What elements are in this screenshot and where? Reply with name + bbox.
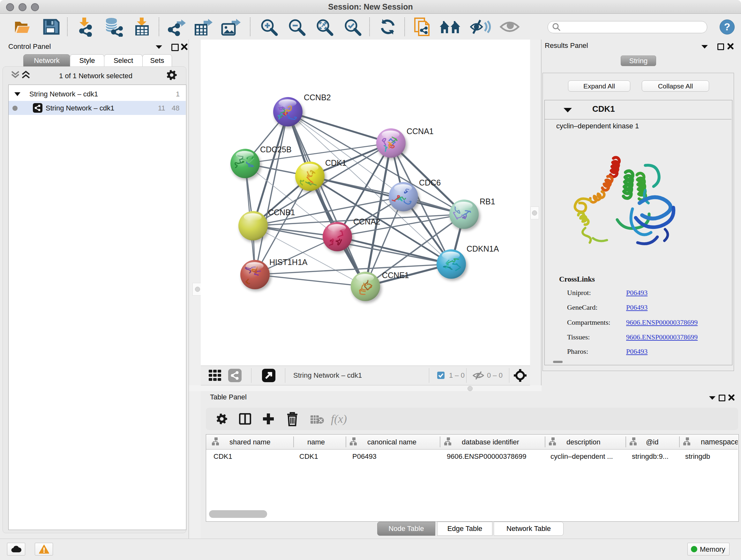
svg-text:namespace: namespace <box>701 438 738 446</box>
svg-text:CDK1: CDK1 <box>325 159 347 167</box>
svg-text:description: description <box>566 438 600 446</box>
svg-text:CCNB1: CCNB1 <box>268 208 295 217</box>
svg-text:@id: @id <box>646 438 658 446</box>
svg-text:CCNA1: CCNA1 <box>407 127 434 136</box>
svg-text:CDC25B: CDC25B <box>260 145 292 154</box>
svg-text:shared name: shared name <box>229 438 270 446</box>
svg-text:CCNB2: CCNB2 <box>304 93 331 102</box>
svg-text:?: ? <box>724 21 731 33</box>
svg-text:CCNE1: CCNE1 <box>382 271 409 280</box>
svg-text:database identifier: database identifier <box>462 438 519 446</box>
svg-text:name: name <box>307 438 325 446</box>
svg-text:CDKN1A: CDKN1A <box>467 244 499 253</box>
svg-text:HIST1H1A: HIST1H1A <box>269 258 308 266</box>
svg-text:CCNA2: CCNA2 <box>353 217 381 226</box>
svg-text:RB1: RB1 <box>480 197 495 206</box>
svg-text:CDC6: CDC6 <box>419 178 441 187</box>
svg-text:canonical name: canonical name <box>367 438 416 446</box>
